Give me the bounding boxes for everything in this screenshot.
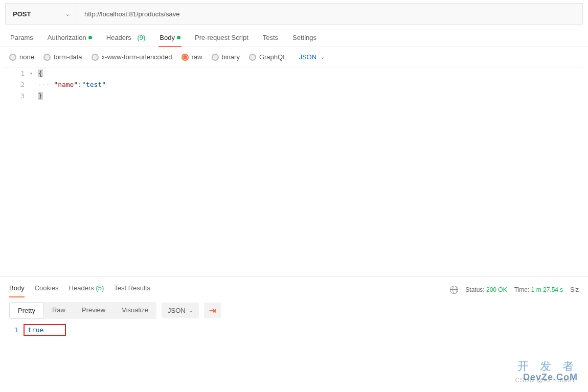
response-header: Body Cookies Headers (5) Test Results St… bbox=[0, 276, 588, 297]
tab-headers[interactable]: Headers (9) bbox=[105, 31, 147, 47]
editor-line: 3 } bbox=[5, 90, 583, 101]
view-tabs: Pretty Raw Preview Visualize bbox=[9, 302, 156, 319]
body-type-row: none form-data x-www-form-urlencoded raw… bbox=[0, 47, 588, 67]
tab-body[interactable]: Body bbox=[159, 31, 182, 47]
tab-params[interactable]: Params bbox=[9, 31, 34, 47]
response-tabs: Body Cookies Headers (5) Test Results bbox=[9, 282, 150, 297]
radio-raw[interactable]: raw bbox=[182, 53, 202, 61]
resp-tab-testresults[interactable]: Test Results bbox=[114, 282, 150, 297]
editor-line: 2 ····"name":"test" bbox=[5, 79, 583, 90]
tab-tests[interactable]: Tests bbox=[262, 31, 279, 47]
radio-formdata[interactable]: form-data bbox=[43, 53, 82, 61]
view-preview[interactable]: Preview bbox=[74, 302, 114, 319]
url-value: http://localhost:81/products/save bbox=[84, 10, 179, 18]
radio-none[interactable]: none bbox=[9, 53, 34, 61]
radio-icon bbox=[249, 54, 256, 61]
line-number: 2 bbox=[5, 81, 30, 88]
highlighted-value: true bbox=[24, 324, 66, 336]
radio-icon bbox=[9, 54, 16, 61]
tab-settings[interactable]: Settings bbox=[291, 31, 318, 47]
method-select[interactable]: POST ⌄ bbox=[6, 4, 77, 24]
line-number: 3 bbox=[5, 92, 30, 100]
radio-icon bbox=[212, 54, 219, 61]
chevron-down-icon: ⌄ bbox=[65, 11, 70, 17]
radio-binary[interactable]: binary bbox=[212, 53, 240, 61]
wrap-icon: ⇥ bbox=[209, 306, 216, 315]
size-label: Siz bbox=[570, 286, 579, 293]
radio-icon bbox=[43, 54, 51, 61]
radio-icon bbox=[92, 54, 99, 61]
status-label: Status: 200 OK bbox=[465, 286, 507, 293]
fold-icon[interactable]: ▾ bbox=[30, 71, 36, 76]
tab-authorization[interactable]: Authorization bbox=[47, 31, 93, 47]
method-value: POST bbox=[13, 10, 31, 18]
view-pretty[interactable]: Pretty bbox=[9, 302, 44, 319]
tab-prerequest[interactable]: Pre-request Script bbox=[194, 31, 250, 47]
editor-line: 1 true bbox=[9, 324, 579, 335]
body-format-select[interactable]: JSON⌄ bbox=[299, 53, 325, 61]
resp-tab-cookies[interactable]: Cookies bbox=[35, 282, 59, 297]
dot-icon bbox=[177, 36, 180, 39]
response-body-editor[interactable]: 1 true bbox=[9, 324, 579, 335]
radio-urlencoded[interactable]: x-www-form-urlencoded bbox=[92, 53, 172, 61]
radio-graphql[interactable]: GraphQL bbox=[249, 53, 286, 61]
request-body-editor[interactable]: 1 ▾ { 2 ····"name":"test" 3 } bbox=[5, 67, 583, 276]
line-number: 1 bbox=[5, 70, 30, 77]
chevron-down-icon: ⌄ bbox=[321, 54, 325, 60]
resp-tab-headers[interactable]: Headers (5) bbox=[69, 282, 104, 297]
dot-icon bbox=[88, 36, 92, 39]
response-format-select[interactable]: JSON⌄ bbox=[162, 303, 199, 318]
editor-line: 1 ▾ { bbox=[5, 67, 583, 79]
watermark-faint: CSDN @AZhiJiaoT bbox=[515, 377, 576, 384]
response-meta: Status: 200 OK Time: 1 m 27.54 s Siz bbox=[450, 286, 579, 294]
line-number: 1 bbox=[9, 326, 24, 334]
radio-icon bbox=[182, 54, 189, 61]
view-visualize[interactable]: Visualize bbox=[114, 302, 156, 319]
globe-icon[interactable] bbox=[450, 286, 458, 294]
wrap-lines-button[interactable]: ⇥ bbox=[204, 303, 221, 318]
resp-tab-body[interactable]: Body bbox=[9, 282, 25, 297]
url-bar: POST ⌄ http://localhost:81/products/save bbox=[5, 3, 583, 25]
url-input[interactable]: http://localhost:81/products/save bbox=[77, 4, 582, 24]
view-raw[interactable]: Raw bbox=[44, 302, 74, 319]
chevron-down-icon: ⌄ bbox=[189, 308, 193, 313]
request-tabs: Params Authorization Headers (9) Body Pr… bbox=[0, 25, 588, 47]
watermark-line1: 开 发 者 bbox=[517, 359, 578, 374]
time-label: Time: 1 m 27.54 s bbox=[514, 286, 563, 293]
response-view-bar: Pretty Raw Preview Visualize JSON⌄ ⇥ bbox=[0, 297, 588, 324]
